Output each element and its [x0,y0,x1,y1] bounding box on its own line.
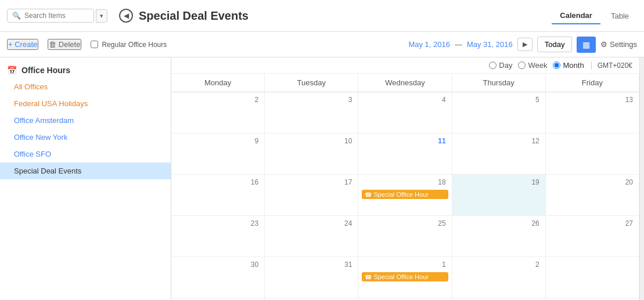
week-view-option[interactable]: Week [518,61,547,70]
day-radio[interactable] [489,62,497,69]
day-view-option[interactable]: Day [489,61,512,70]
settings-button[interactable]: ⚙ Settings [600,40,637,49]
event-special-office-hour-2[interactable]: ☎ Special Office Hour [362,272,448,281]
cell-thu-19-today[interactable]: 19 [452,175,546,215]
cell-wed-18[interactable]: 18 ☎ Special Office Hour [358,175,452,215]
cell-wed-11[interactable]: 11 [358,133,452,174]
calendar-options: Day Week Month GMT+020€ [171,57,639,74]
search-dropdown-btn[interactable]: ▾ [96,9,107,23]
cell-fri-20[interactable]: 20 [546,175,639,215]
date-separator: — [455,40,462,49]
create-button[interactable]: + Create [7,39,38,50]
top-right-tabs: Calendar Table [552,8,637,24]
create-label: + Create [8,40,37,49]
special-deal-events-link: Special Deal Events [14,167,81,175]
event-label-1: Special Office Hour [373,191,429,198]
back-icon: ◀ [124,12,129,20]
cell-mon-9[interactable]: 9 [171,133,265,174]
cell-mon-23[interactable]: 23 [171,216,265,256]
delete-label: 🗑 Delete [49,40,80,49]
regular-hours-checkbox[interactable] [91,41,98,48]
office-amsterdam-link: Office Amsterdam [14,116,74,125]
cell-wed-4[interactable]: 4 [358,92,452,133]
sidebar-item-office-new-york[interactable]: Office New York [0,129,171,146]
cell-thu-12[interactable]: 12 [452,133,546,174]
calendar-row-1: 2 3 4 5 13 [171,92,639,133]
today-button[interactable]: Today [537,37,573,52]
date-navigation: May 1, 2016 — May 31, 2016 ▶ Today ▦ ⚙ S… [408,37,637,53]
tab-calendar[interactable]: Calendar [552,8,600,24]
action-bar: + Create 🗑 Delete Regular Office Hours M… [0,32,644,57]
calendar-body: 2 3 4 5 13 9 10 11 12 [171,92,639,300]
main-layout: 📅 Office Hours All Offices Federal USA H… [0,57,644,300]
sidebar: 📅 Office Hours All Offices Federal USA H… [0,57,171,300]
header-wednesday: Wednesday [358,74,452,92]
cell-tue-31[interactable]: 31 [265,257,358,298]
back-button[interactable]: ◀ [119,9,133,23]
search-input[interactable] [24,12,82,20]
date-end: May 31, 2016 [467,40,513,49]
cell-fri-27[interactable]: 27 [546,216,639,256]
cell-tue-17[interactable]: 17 [265,175,358,215]
month-label: Month [563,61,584,70]
sidebar-section-label: Office Hours [21,66,70,75]
office-new-york-link: Office New York [14,133,67,142]
top-bar: 🔍 ▾ ◀ Special Deal Events Calendar Table [0,0,644,32]
cell-tue-24[interactable]: 24 [265,216,358,256]
cell-thu-26[interactable]: 26 [452,216,546,256]
delete-button[interactable]: 🗑 Delete [48,39,81,50]
event-icon-1: ☎ [365,191,372,198]
search-box: 🔍 [7,9,94,23]
calendar-row-4: 23 24 25 26 27 [171,216,639,257]
federal-usa-holidays-link: Federal USA Holidays [14,99,88,108]
grid-view-button[interactable]: ▦ [577,37,596,53]
cell-fri-empty-5[interactable] [546,257,639,298]
search-icon: 🔍 [12,12,21,20]
scrollbar[interactable] [639,57,644,300]
sidebar-item-office-amsterdam[interactable]: Office Amsterdam [0,112,171,129]
next-period-button[interactable]: ▶ [517,38,533,51]
cell-fri-13[interactable]: 13 [546,92,639,133]
header-thursday: Thursday [452,74,546,92]
event-label-2: Special Office Hour [373,273,429,280]
week-radio[interactable] [518,62,526,69]
calendar-row-5: 30 31 1 ☎ Special Office Hour 2 [171,257,639,298]
calendar-row-2: 9 10 11 12 [171,133,639,175]
day-label: Day [499,61,512,70]
cell-mon-2[interactable]: 2 [171,92,265,133]
cell-tue-3[interactable]: 3 [265,92,358,133]
header-friday: Friday [546,74,639,92]
header-tuesday: Tuesday [265,74,358,92]
sidebar-item-special-deal-events[interactable]: Special Deal Events [0,162,171,179]
date-start: May 1, 2016 [408,40,450,49]
view-radio-group: Day Week Month [489,61,584,70]
regular-hours-label: Regular Office Hours [102,41,167,49]
week-label: Week [528,61,547,70]
cell-thu-5[interactable]: 5 [452,92,546,133]
cell-tue-10[interactable]: 10 [265,133,358,174]
cell-wed-1[interactable]: 1 ☎ Special Office Hour [358,257,452,298]
month-view-option[interactable]: Month [553,61,584,70]
sidebar-item-federal-usa-holidays[interactable]: Federal USA Holidays [0,95,171,112]
all-offices-link: All Offices [14,82,48,91]
cell-mon-16[interactable]: 16 [171,175,265,215]
cell-mon-30[interactable]: 30 [171,257,265,298]
cell-thu-2[interactable]: 2 [452,257,546,298]
calendar-icon: 📅 [7,66,17,75]
sidebar-items-list: All Offices Federal USA Holidays Office … [0,78,171,179]
regular-hours-checkbox-area: Regular Office Hours [91,41,167,49]
cell-fri-empty-2[interactable] [546,133,639,174]
calendar-row-3: 16 17 18 ☎ Special Office Hour 19 20 [171,175,639,216]
page-title-area: ◀ Special Deal Events [119,9,249,23]
calendar-header: Monday Tuesday Wednesday Thursday Friday [171,74,639,92]
app-container: 🔍 ▾ ◀ Special Deal Events Calendar Table… [0,0,644,300]
header-monday: Monday [171,74,265,92]
sidebar-item-office-sfo[interactable]: Office SFO [0,146,171,162]
sidebar-item-all-offices[interactable]: All Offices [0,78,171,95]
event-special-office-hour-1[interactable]: ☎ Special Office Hour [362,190,448,199]
cell-wed-25[interactable]: 25 [358,216,452,256]
tab-table[interactable]: Table [603,8,637,24]
calendar-area: Day Week Month GMT+020€ Mond [171,57,639,300]
timezone-label: GMT+020€ [591,62,632,70]
month-radio[interactable] [553,62,560,69]
